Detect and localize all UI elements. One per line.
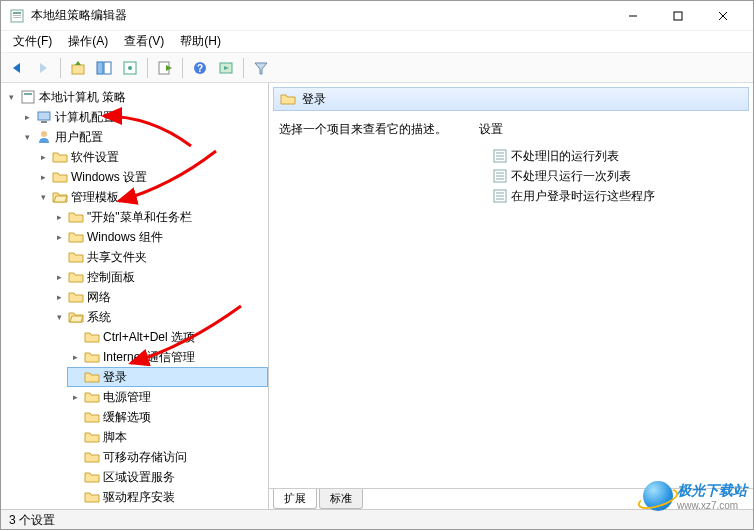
collapse-icon[interactable]: ▾	[37, 191, 49, 203]
svg-rect-26	[41, 121, 47, 123]
tree-user-config[interactable]: ▾ 用户配置	[19, 127, 268, 147]
folder-icon	[84, 389, 100, 405]
show-hide-tree-button[interactable]	[92, 56, 116, 80]
separator	[243, 58, 244, 78]
svg-marker-11	[75, 61, 81, 65]
svg-rect-5	[674, 12, 682, 20]
folder-icon	[84, 449, 100, 465]
tree-software-settings[interactable]: ▸软件设置	[35, 147, 268, 167]
settings-header: 设置	[479, 121, 743, 138]
expand-icon[interactable]: ▸	[53, 291, 65, 303]
svg-rect-1	[13, 12, 21, 14]
expand-icon[interactable]: ▸	[69, 351, 81, 363]
tab-extended[interactable]: 扩展	[273, 489, 317, 509]
globe-icon	[643, 481, 673, 511]
expand-icon[interactable]: ▸	[21, 111, 33, 123]
export-button[interactable]	[153, 56, 177, 80]
setting-icon	[493, 149, 507, 163]
folder-open-icon	[68, 309, 84, 325]
expand-icon[interactable]: ▸	[37, 171, 49, 183]
tree: ▾ 本地计算机 策略 ▸ 计算机配置	[1, 87, 268, 507]
tree-removable[interactable]: ▸可移动存储访问	[67, 447, 268, 467]
expand-icon[interactable]: ▸	[53, 211, 65, 223]
expand-icon[interactable]: ▸	[69, 391, 81, 403]
right-body: 选择一个项目来查看它的描述。 设置 不处理旧的运行列表 不处理只运行一次列表 在…	[269, 115, 753, 488]
tree-logon[interactable]: ▸登录	[67, 367, 268, 387]
close-button[interactable]	[700, 2, 745, 30]
folder-icon	[84, 429, 100, 445]
maximize-button[interactable]	[655, 2, 700, 30]
setting-label: 在用户登录时运行这些程序	[511, 188, 655, 205]
folder-icon	[84, 409, 100, 425]
separator	[60, 58, 61, 78]
menu-view[interactable]: 查看(V)	[118, 31, 170, 52]
collapse-icon[interactable]: ▾	[5, 91, 17, 103]
options-button[interactable]	[214, 56, 238, 80]
svg-marker-8	[13, 63, 20, 73]
folder-icon	[52, 169, 68, 185]
tree-start-taskbar[interactable]: ▸"开始"菜单和任务栏	[51, 207, 268, 227]
forward-button[interactable]	[31, 56, 55, 80]
setting-item[interactable]: 不处理只运行一次列表	[479, 166, 743, 186]
svg-point-27	[41, 131, 47, 137]
tree-internet-comm[interactable]: ▸Internet 通信管理	[67, 347, 268, 367]
folder-icon	[52, 149, 68, 165]
setting-item[interactable]: 在用户登录时运行这些程序	[479, 186, 743, 206]
tree-admin-templates[interactable]: ▾管理模板	[35, 187, 268, 207]
setting-label: 不处理旧的运行列表	[511, 148, 619, 165]
tree-scripts[interactable]: ▸脚本	[67, 427, 268, 447]
help-button[interactable]: ?	[188, 56, 212, 80]
expand-icon[interactable]: ▸	[53, 271, 65, 283]
right-pane: 登录 选择一个项目来查看它的描述。 设置 不处理旧的运行列表 不处理只运行一次列…	[269, 83, 753, 509]
separator	[182, 58, 183, 78]
tree-network[interactable]: ▸网络	[51, 287, 268, 307]
tab-standard[interactable]: 标准	[319, 489, 363, 509]
app-icon	[9, 8, 25, 24]
folder-icon	[68, 209, 84, 225]
expand-icon[interactable]: ▸	[37, 151, 49, 163]
menu-file[interactable]: 文件(F)	[7, 31, 58, 52]
watermark-name: 极光下载站	[677, 482, 747, 498]
menu-help[interactable]: 帮助(H)	[174, 31, 227, 52]
back-button[interactable]	[5, 56, 29, 80]
svg-marker-22	[255, 63, 267, 74]
svg-rect-2	[13, 15, 21, 16]
folder-open-icon	[52, 189, 68, 205]
filter-button[interactable]	[249, 56, 273, 80]
folder-icon	[68, 229, 84, 245]
tree-shared-folders[interactable]: ▸共享文件夹	[51, 247, 268, 267]
tree-computer-config[interactable]: ▸ 计算机配置	[19, 107, 268, 127]
tree-system[interactable]: ▾系统	[51, 307, 268, 327]
tree-locale[interactable]: ▸区域设置服务	[67, 467, 268, 487]
tree-driver-install[interactable]: ▸驱动程序安装	[67, 487, 268, 507]
properties-button[interactable]	[118, 56, 142, 80]
minimize-button[interactable]	[610, 2, 655, 30]
svg-marker-9	[40, 63, 47, 73]
tree-windows-components[interactable]: ▸Windows 组件	[51, 227, 268, 247]
collapse-icon[interactable]: ▾	[21, 131, 33, 143]
computer-icon	[36, 109, 52, 125]
tree-mitigation[interactable]: ▸缓解选项	[67, 407, 268, 427]
svg-rect-25	[38, 112, 50, 120]
svg-text:?: ?	[197, 63, 203, 74]
setting-icon	[493, 189, 507, 203]
watermark: 极光下载站 www.xz7.com	[643, 481, 747, 511]
right-header: 登录	[273, 87, 749, 111]
tree-pane[interactable]: ▾ 本地计算机 策略 ▸ 计算机配置	[1, 83, 269, 509]
policy-icon	[20, 89, 36, 105]
tree-windows-settings[interactable]: ▸Windows 设置	[35, 167, 268, 187]
statusbar: 3 个设置	[1, 509, 753, 530]
tree-ctrlaltdel[interactable]: ▸Ctrl+Alt+Del 选项	[67, 327, 268, 347]
tree-root[interactable]: ▾ 本地计算机 策略	[3, 87, 268, 107]
menubar: 文件(F) 操作(A) 查看(V) 帮助(H)	[1, 31, 753, 53]
folder-icon	[84, 369, 100, 385]
menu-action[interactable]: 操作(A)	[62, 31, 114, 52]
tree-power[interactable]: ▸电源管理	[67, 387, 268, 407]
expand-icon[interactable]: ▸	[53, 231, 65, 243]
svg-rect-23	[22, 91, 34, 103]
setting-item[interactable]: 不处理旧的运行列表	[479, 146, 743, 166]
svg-point-15	[128, 66, 132, 70]
up-button[interactable]	[66, 56, 90, 80]
tree-control-panel[interactable]: ▸控制面板	[51, 267, 268, 287]
collapse-icon[interactable]: ▾	[53, 311, 65, 323]
